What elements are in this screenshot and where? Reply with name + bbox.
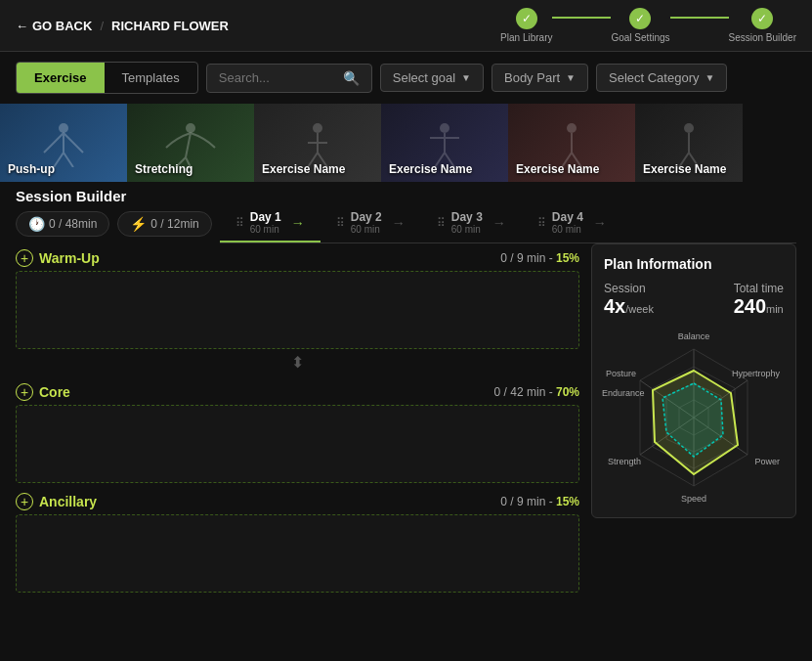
radar-label-hypertrophy: Hypertrophy [732, 369, 780, 378]
session-builder-title: Session Builder [16, 188, 126, 204]
day-tab-2[interactable]: ⠿ Day 2 60 min → [321, 204, 421, 242]
chevron-down-icon: ▼ [705, 72, 714, 83]
radar-label-posture: Posture [606, 369, 636, 378]
body-part-label: Body Part [504, 70, 560, 85]
svg-point-0 [59, 123, 68, 133]
tab-exercise[interactable]: Exercise [17, 63, 105, 93]
figure-svg [161, 118, 220, 167]
step-goal-settings[interactable]: ✓ Goal Settings [611, 8, 669, 43]
day-icon: → [392, 215, 406, 231]
radar-label-endurance: Endurance [602, 388, 645, 398]
left-panel: + Warm-Up 0 / 9 min - 15% ⬍ + Core 0 [16, 243, 579, 596]
figure-svg [660, 118, 718, 167]
tab-templates[interactable]: Templates [105, 63, 197, 93]
drag-icon: ⠿ [537, 216, 546, 230]
radar-label-power: Power [754, 457, 780, 466]
card-label: Exercise Name [262, 162, 345, 176]
card-label: Exercise Name [516, 162, 599, 176]
exercise-card-5[interactable]: Exercise Name [508, 104, 635, 182]
breadcrumb: ← GO BACK / RICHARD FLOWER [16, 19, 229, 33]
exercise-card-6[interactable]: Exercise Name [635, 104, 743, 182]
stat-time: 0 / 48min [49, 217, 97, 231]
drag-icon: ⠿ [235, 216, 244, 230]
total-time-label: Total time [734, 282, 784, 295]
step-line-2 [670, 17, 729, 19]
section-core: + Core 0 / 42 min - 70% [16, 377, 579, 483]
warmup-stats: 0 / 9 min - 15% [500, 251, 579, 265]
ancillary-title: Ancillary [39, 494, 97, 509]
exercise-card-4[interactable]: Exercise Name [381, 104, 508, 182]
time-badge: 🕐 0 / 48min [16, 211, 109, 237]
days-and-stats: 🕐 0 / 48min ⚡ 0 / 12min ⠿ Day 1 60 min →… [0, 204, 812, 243]
day-sub: 60 min [250, 224, 281, 235]
stats-row: 🕐 0 / 48min ⚡ 0 / 12min [16, 205, 212, 242]
exercise-card-stretching[interactable]: Stretching [127, 104, 254, 182]
ancillary-body [16, 514, 579, 593]
day-tab-1[interactable]: ⠿ Day 1 60 min → [220, 204, 321, 242]
session-value: 4x [604, 295, 625, 317]
step-check-icon: ✓ [516, 8, 537, 29]
category-dropdown[interactable]: Select Category ▼ [596, 64, 727, 92]
radar-label-strength: Strength [608, 457, 641, 466]
arrow-left-icon: ← [16, 19, 28, 33]
radar-label-speed: Speed [681, 494, 706, 504]
drag-icon: ⠿ [336, 216, 345, 230]
step-line-1 [552, 17, 611, 19]
day-icon: → [492, 215, 506, 231]
step-plan-library[interactable]: ✓ Plan Library [500, 8, 552, 43]
main-content: + Warm-Up 0 / 9 min - 15% ⬍ + Core 0 [0, 243, 812, 596]
day-sub: 60 min [451, 224, 483, 235]
search-box[interactable]: 🔍 [206, 64, 372, 93]
search-input[interactable] [219, 70, 337, 85]
goal-dropdown[interactable]: Select goal ▼ [380, 64, 484, 92]
add-core-button[interactable]: + [16, 383, 33, 401]
svg-point-5 [684, 123, 694, 133]
figure-svg [415, 118, 474, 167]
day-sub: 60 min [351, 224, 382, 235]
section-warmup: + Warm-Up 0 / 9 min - 15% ⬍ [16, 243, 579, 374]
days-row: ⠿ Day 1 60 min → ⠿ Day 2 60 min → ⠿ Day … [220, 204, 796, 243]
total-time-unit: min [766, 303, 784, 315]
day-icon: → [291, 215, 305, 231]
drag-icon: ⠿ [437, 216, 446, 230]
card-label: Exercise Name [389, 162, 472, 176]
figure-svg [288, 118, 347, 167]
ancillary-pct: 15% [556, 495, 579, 508]
section-header-warmup: + Warm-Up 0 / 9 min - 15% [16, 243, 579, 271]
add-warmup-button[interactable]: + [16, 249, 33, 267]
day-label: Day 3 [451, 210, 483, 224]
exercise-cards: Push-up Stretching Exercise Name Exercis… [0, 104, 812, 182]
add-ancillary-button[interactable]: + [16, 493, 33, 510]
chevron-down-icon: ▼ [461, 72, 471, 83]
day-tab-3[interactable]: ⠿ Day 3 60 min → [421, 204, 522, 242]
core-title: Core [39, 384, 70, 400]
resize-icon: ⬍ [291, 353, 304, 372]
session-stat: Session 4x/week [604, 282, 654, 318]
plan-info-card: Plan Information Session 4x/week Total t… [591, 243, 796, 518]
body-part-dropdown[interactable]: Body Part ▼ [491, 64, 588, 92]
radar-chart [606, 330, 782, 506]
category-label: Select Category [609, 70, 700, 85]
back-button[interactable]: ← GO BACK [16, 19, 92, 33]
plan-info-title: Plan Information [604, 256, 784, 272]
tab-group: Exercise Templates [16, 62, 198, 94]
core-pct: 70% [556, 385, 579, 399]
step-check-icon: ✓ [751, 8, 773, 29]
goal-label: Select goal [393, 70, 455, 85]
warmup-body [16, 271, 579, 349]
exercise-card-pushup[interactable]: Push-up [0, 104, 127, 182]
radar-chart-container: Balance Hypertrophy Power Speed Strength… [604, 330, 784, 506]
step-session-builder[interactable]: ✓ Session Builder [729, 8, 796, 43]
day-label: Day 2 [351, 210, 382, 224]
day-icon: → [593, 215, 607, 231]
resize-handle-warmup[interactable]: ⬍ [16, 351, 579, 374]
exercise-card-3[interactable]: Exercise Name [254, 104, 381, 182]
breadcrumb-separator: / [100, 19, 104, 33]
total-time-value: 240 [734, 295, 766, 317]
exercises-badge: ⚡ 0 / 12min [117, 211, 211, 237]
card-label: Exercise Name [643, 162, 726, 176]
day-tab-4[interactable]: ⠿ Day 4 60 min → [522, 204, 622, 242]
ancillary-stats: 0 / 9 min - 15% [500, 495, 579, 508]
step-label: Plan Library [500, 32, 552, 43]
core-stats: 0 / 42 min - 70% [494, 385, 579, 399]
